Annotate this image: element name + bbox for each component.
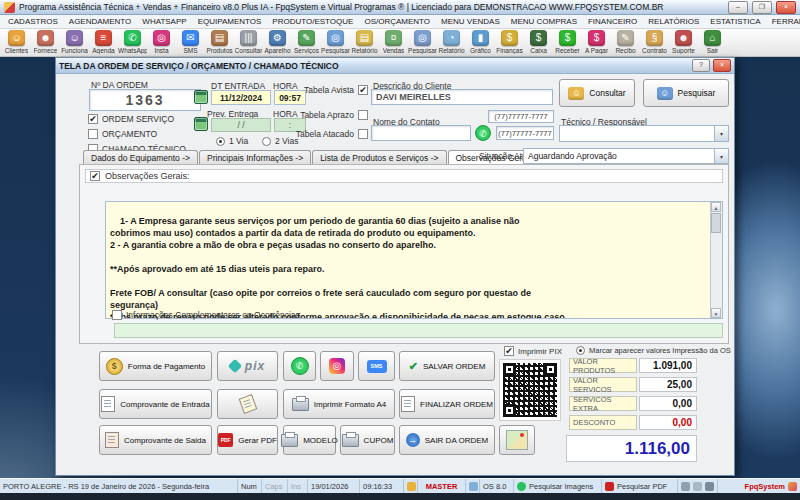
tecnico-dropdown[interactable]: ▾	[559, 125, 729, 142]
toolbar-button[interactable]: ▤ Relatório	[350, 30, 379, 53]
calendar-icon[interactable]	[194, 90, 208, 104]
comprovante-saida-button[interactable]: Comprovante de Saida	[99, 425, 212, 455]
complementares-field[interactable]	[114, 323, 723, 338]
calendar-icon[interactable]	[194, 117, 208, 131]
toolbar-button[interactable]: $ Receber	[553, 30, 582, 53]
toolbar-button[interactable]: ☻ Suporte	[669, 30, 698, 53]
gerar-pdf-button[interactable]: PDF Gerar PDF	[217, 425, 278, 455]
forma-pagamento-button[interactable]: $ Forma de Pagamento	[99, 351, 212, 381]
phone1-field[interactable]: (77)77777-7777	[488, 110, 554, 123]
toolbar-button[interactable]: ☺ Clientes	[2, 30, 31, 53]
via1-radio[interactable]: 1 Via	[216, 136, 248, 146]
prev-date-field[interactable]: / /	[211, 118, 271, 132]
mapa-button[interactable]	[499, 425, 535, 455]
sms-share-button[interactable]: SMS	[358, 351, 395, 381]
cupom-button[interactable]: CUPOM	[340, 425, 395, 455]
tabela-avista-checkbox[interactable]: Tabela Avista ✔	[286, 85, 368, 95]
toolbar-button[interactable]: ⌂ Sair	[698, 30, 727, 53]
pesquisar-button[interactable]: ☺ Pesquisar	[643, 79, 729, 107]
people-icon: ☺	[568, 87, 584, 100]
toolbar-button-label: Relatório	[351, 47, 377, 54]
maximize-button[interactable]: ❐	[752, 1, 772, 14]
menu-item[interactable]: AGENDAMENTO	[64, 16, 137, 27]
toolbar-button[interactable]: $ A Pagar	[582, 30, 611, 53]
situacao-dropdown[interactable]: Aguardando Aprovação ▾	[523, 148, 729, 164]
tabela-atacado-checkbox[interactable]: Tabela Atacado	[286, 129, 368, 139]
toolbar-button[interactable]: ✉ SMS	[176, 30, 205, 53]
toolbar-button[interactable]: ≡ Agenda	[89, 30, 118, 53]
toolbar-button[interactable]: ✆ WhatsApp	[118, 30, 147, 53]
dialog-close-button[interactable]: ×	[713, 59, 731, 72]
imprimir-a4-button[interactable]: Imprimir Formato A4	[283, 389, 395, 419]
toolbar-icon: ☺	[8, 30, 25, 46]
toolbar-button[interactable]: ☺ Funciona	[60, 30, 89, 53]
finalizar-ordem-button[interactable]: FINALIZAR ORDEM	[399, 389, 495, 419]
dialog-help-button[interactable]: ?	[692, 59, 710, 72]
comprovante-entrada-button[interactable]: Comprovante de Entrada	[99, 389, 212, 419]
toolbar-button[interactable]: ✎ Recibo	[611, 30, 640, 53]
order-number-field[interactable]: 1363	[89, 89, 201, 111]
dialog-titlebar[interactable]: TELA DA ORDEM DE SERVIÇO / ORÇAMENTO / C…	[56, 58, 734, 74]
observacoes-checkbox[interactable]: ✔ Observações Gerais:	[85, 169, 723, 183]
instagram-share-button[interactable]: ◎	[320, 351, 354, 381]
menu-item[interactable]: WHATSAPP	[137, 16, 191, 27]
status-search-images[interactable]: Pesquisar Imagens	[514, 479, 602, 493]
modelo-button[interactable]: MODELO	[283, 425, 336, 455]
scroll-down-icon[interactable]: ▼	[711, 308, 721, 318]
toolbar-button[interactable]: ◎ Insta	[147, 30, 176, 53]
whatsapp-icon[interactable]: ✆	[475, 125, 491, 141]
toolbar-button[interactable]: ✎ Serviços	[292, 30, 321, 53]
consultar-button[interactable]: ☺ Consultar	[559, 79, 635, 107]
recibo-dinheiro-button[interactable]	[217, 389, 278, 419]
toolbar-button[interactable]: $ Caixa	[524, 30, 553, 53]
scrollbar-thumb[interactable]	[711, 213, 721, 233]
tabela-aprazo-checkbox[interactable]: Tabela Aprazo	[286, 110, 368, 120]
marcar-valores-radio[interactable]: Marcar aparecer valores Impressão da OS	[576, 346, 731, 355]
sair-ordem-button[interactable]: → SAIR DA ORDEM	[399, 425, 495, 455]
radio-on	[576, 346, 585, 355]
menu-item[interactable]: MENU VENDAS	[436, 16, 505, 27]
orcamento-checkbox[interactable]: ORÇAMENTO	[88, 129, 157, 139]
toolbar-button[interactable]: ◎ Pesquisar	[321, 30, 350, 53]
minimize-button[interactable]: –	[728, 1, 748, 14]
toolbar-button[interactable]: ◔ Relatório	[437, 30, 466, 53]
menu-item[interactable]: CADASTROS	[3, 16, 63, 27]
pix-button[interactable]: pix	[217, 351, 278, 381]
toolbar-button[interactable]: ☻ Fornece	[31, 30, 60, 53]
menu-item[interactable]: EQUIPAMENTOS	[193, 16, 267, 27]
menu-item[interactable]: OS/ORÇAMENTO	[359, 16, 435, 27]
toolbar-button-label: SMS	[183, 47, 197, 54]
toolbar-button[interactable]: ▤ Produtos	[205, 30, 234, 53]
toolbar-button[interactable]: ¤ Vendas	[379, 30, 408, 53]
toolbar-button[interactable]: ⚙ Aparelho	[263, 30, 292, 53]
scroll-up-icon[interactable]: ▲	[711, 202, 721, 212]
client-name-field[interactable]: DAVI MEIRELLES	[371, 89, 553, 105]
status-search-pdf[interactable]: Pesquisar PDF	[602, 479, 678, 493]
observacoes-textarea[interactable]: 1- A Empresa garante seus serviços por u…	[105, 201, 723, 319]
toolbar-button[interactable]: ◎ Pesquisar	[408, 30, 437, 53]
contact-field[interactable]	[371, 125, 471, 141]
entry-date-field[interactable]: 11/12/2024	[211, 90, 271, 105]
menu-item[interactable]: FINANCEIRO	[583, 16, 642, 27]
app-icon	[4, 2, 15, 13]
menu-item[interactable]: ESTATISTICA	[705, 16, 765, 27]
salvar-ordem-button[interactable]: ✔ SALVAR ORDEM	[399, 351, 495, 381]
scrollbar[interactable]: ▲ ▼	[710, 202, 722, 318]
ordem-servico-checkbox[interactable]: ✔ ORDEM SERVIÇO	[88, 114, 174, 124]
toolbar-button[interactable]: ||| Consultar	[234, 30, 263, 53]
complementares-checkbox[interactable]: Informações Complementares ou Ocorrência…	[112, 310, 300, 320]
toolbar-button-label: Caixa	[530, 47, 547, 54]
menu-item[interactable]: FERRAMENTAS	[767, 16, 800, 27]
menu-item[interactable]: PRODUTO/ESTOQUE	[267, 16, 358, 27]
phone2-field[interactable]: (77)77777-7777	[496, 126, 554, 140]
imprimir-pix-checkbox[interactable]: ✔ Imprimir PIX	[504, 346, 562, 356]
menu-item[interactable]: MENU COMPRAS	[506, 16, 582, 27]
toolbar-button[interactable]: ▮ Gráfico	[466, 30, 495, 53]
toolbar-button[interactable]: $ Finanças	[495, 30, 524, 53]
close-button[interactable]: ×	[776, 1, 796, 14]
status-device-icons[interactable]	[678, 479, 718, 493]
menu-item[interactable]: RELATÓRIOS	[643, 16, 704, 27]
toolbar-icon: ✉	[182, 30, 199, 46]
whatsapp-share-button[interactable]: ✆	[283, 351, 316, 381]
toolbar-button[interactable]: § Contrato	[640, 30, 669, 53]
